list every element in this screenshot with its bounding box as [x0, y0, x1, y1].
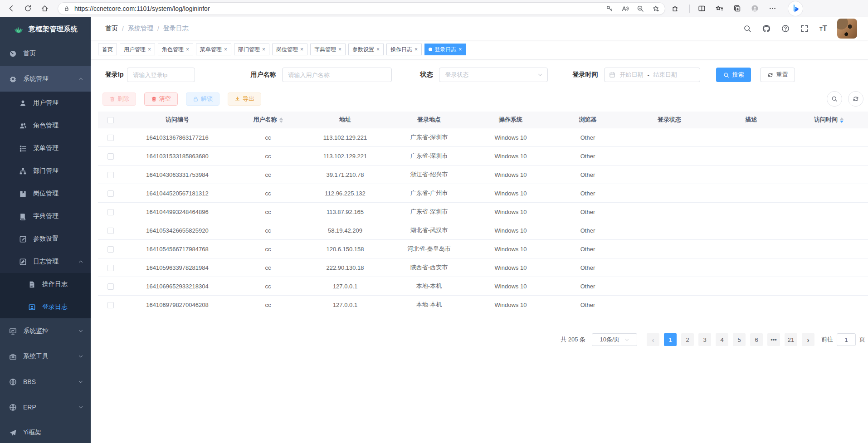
clear-button[interactable]: 清空: [144, 92, 178, 106]
tab-首页[interactable]: 首页: [98, 44, 117, 55]
github-icon[interactable]: [762, 24, 770, 33]
close-icon[interactable]: ×: [262, 47, 265, 52]
goto-page-input[interactable]: [837, 333, 856, 346]
row-checkbox[interactable]: [107, 153, 114, 160]
toggle-search-button[interactable]: [827, 91, 842, 107]
tab-岗位管理[interactable]: 岗位管理×: [272, 44, 307, 55]
sidebar-item-部门管理[interactable]: 部门管理: [0, 160, 91, 182]
tab-登录日志[interactable]: 登录日志×: [424, 44, 466, 55]
refresh-table-button[interactable]: [848, 91, 863, 107]
close-icon[interactable]: ×: [224, 47, 227, 52]
header-search-icon[interactable]: [743, 24, 751, 33]
app-logo[interactable]: 意框架管理系统: [0, 17, 91, 41]
sidebar-item-字典管理[interactable]: 字典管理: [0, 205, 91, 228]
export-button[interactable]: 导出: [228, 92, 261, 106]
delete-button[interactable]: 删除: [102, 92, 136, 106]
reset-button[interactable]: 重置: [760, 68, 795, 82]
status-select[interactable]: 登录状态: [439, 68, 548, 82]
close-icon[interactable]: ×: [148, 47, 151, 52]
sidebar-item-日志管理[interactable]: 日志管理: [0, 250, 91, 273]
close-icon[interactable]: ×: [300, 47, 303, 52]
browser-profile-icon[interactable]: [751, 5, 759, 12]
help-icon[interactable]: [781, 24, 790, 33]
row-checkbox[interactable]: [107, 135, 114, 141]
user-avatar[interactable]: [837, 19, 857, 39]
tab-角色管理[interactable]: 角色管理×: [158, 44, 193, 55]
search-button[interactable]: 搜索: [716, 68, 751, 82]
sidebar-item-登录日志[interactable]: 登录日志: [0, 296, 91, 318]
row-checkbox[interactable]: [107, 228, 114, 234]
close-icon[interactable]: ×: [376, 47, 380, 52]
close-icon[interactable]: ×: [338, 47, 341, 52]
date-range-picker[interactable]: 开始日期 - 结束日期: [604, 68, 700, 82]
tab-部门管理[interactable]: 部门管理×: [234, 44, 269, 55]
breadcrumb-item[interactable]: 首页: [105, 24, 118, 33]
url-text[interactable]: https://ccnetcore.com:1101/system/log/lo…: [74, 5, 606, 12]
row-checkbox[interactable]: [107, 190, 114, 197]
sidebar-item-参数设置[interactable]: 参数设置: [0, 228, 91, 250]
row-checkbox[interactable]: [107, 283, 114, 290]
collections-icon[interactable]: [733, 5, 741, 12]
row-checkbox[interactable]: [107, 246, 114, 253]
font-size-icon[interactable]: TT: [819, 24, 827, 33]
tab-参数设置[interactable]: 参数设置×: [348, 44, 384, 55]
sidebar-item-系统管理[interactable]: 系统管理: [0, 66, 91, 92]
sort-arrows-icon[interactable]: [840, 117, 844, 123]
prev-page-button[interactable]: ‹: [647, 333, 659, 346]
ip-input[interactable]: [127, 68, 195, 82]
unlock-button[interactable]: 解锁: [186, 92, 219, 106]
sidebar-item-系统工具[interactable]: 系统工具: [0, 344, 91, 369]
favorites-icon[interactable]: [716, 5, 723, 12]
column-header[interactable]: 用户名称: [232, 112, 304, 128]
close-icon[interactable]: ×: [414, 47, 418, 52]
sidebar-item-Yi框架[interactable]: Yi框架: [0, 420, 91, 443]
page-size-select[interactable]: 10条/页: [592, 333, 637, 346]
split-screen-icon[interactable]: [698, 5, 706, 12]
sidebar-item-菜单管理[interactable]: 菜单管理: [0, 137, 91, 160]
page-button-5[interactable]: 5: [733, 333, 746, 346]
row-checkbox[interactable]: [107, 265, 114, 271]
home-icon[interactable]: [41, 5, 49, 12]
fullscreen-icon[interactable]: [800, 24, 809, 33]
sidebar-item-首页[interactable]: 首页: [0, 41, 91, 66]
page-button-3[interactable]: 3: [698, 333, 711, 346]
page-button-6[interactable]: 6: [750, 333, 763, 346]
sidebar-item-系统监控[interactable]: 系统监控: [0, 318, 91, 344]
close-icon[interactable]: ×: [186, 47, 189, 52]
tab-用户管理[interactable]: 用户管理×: [120, 44, 155, 55]
column-header[interactable]: 访问时间: [790, 112, 868, 128]
sidebar-item-ERP[interactable]: ERP: [0, 394, 91, 420]
add-favorite-icon[interactable]: [652, 5, 659, 12]
page-button-21[interactable]: 21: [785, 333, 797, 346]
page-button-4[interactable]: 4: [716, 333, 728, 346]
more-pages-icon[interactable]: •••: [767, 333, 780, 346]
bing-chat-icon[interactable]: [788, 1, 803, 16]
close-icon[interactable]: ×: [458, 47, 462, 52]
row-checkbox[interactable]: [107, 209, 114, 215]
tab-字典管理[interactable]: 字典管理×: [310, 44, 346, 55]
address-bar[interactable]: https://ccnetcore.com:1101/system/log/lo…: [58, 2, 665, 15]
zoom-out-icon[interactable]: [637, 5, 644, 12]
select-all-checkbox[interactable]: [107, 117, 114, 123]
row-checkbox[interactable]: [107, 172, 114, 178]
extensions-icon[interactable]: [672, 5, 679, 12]
table-cell: 1641053426655825920: [123, 221, 232, 240]
more-options-icon[interactable]: [769, 5, 776, 12]
sidebar-item-用户管理[interactable]: 用户管理: [0, 92, 91, 114]
tab-操作日志[interactable]: 操作日志×: [386, 44, 422, 55]
password-icon[interactable]: [606, 5, 613, 12]
next-page-button[interactable]: ›: [802, 333, 814, 346]
username-input[interactable]: [282, 68, 392, 82]
sidebar-item-岗位管理[interactable]: 岗位管理: [0, 182, 91, 205]
sidebar-item-角色管理[interactable]: 角色管理: [0, 114, 91, 137]
tab-菜单管理[interactable]: 菜单管理×: [196, 44, 231, 55]
read-aloud-icon[interactable]: [621, 5, 629, 12]
sidebar-item-操作日志[interactable]: 操作日志: [0, 273, 91, 296]
page-button-1[interactable]: 1: [664, 333, 677, 346]
page-button-2[interactable]: 2: [681, 333, 694, 346]
refresh-icon[interactable]: [24, 5, 32, 12]
sort-arrows-icon[interactable]: [279, 117, 283, 123]
row-checkbox[interactable]: [107, 302, 114, 308]
sidebar-item-BBS[interactable]: BBS: [0, 369, 91, 394]
back-icon[interactable]: [7, 5, 15, 12]
